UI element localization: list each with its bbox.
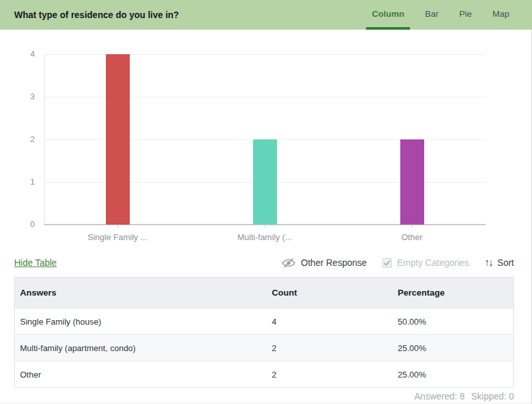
hide-table-link[interactable]: Hide Table — [14, 258, 57, 268]
count-cell: 2 — [272, 370, 398, 379]
question-header: What type of residence do you live in? C… — [0, 0, 532, 30]
y-axis-tick-label: 2 — [4, 134, 35, 145]
sort-label: Sort — [497, 258, 514, 268]
other-response-label: Other Response — [301, 258, 367, 268]
chart-type-tabs: Column Bar Pie Map — [357, 0, 532, 30]
skipped-label: Skipped: — [471, 391, 506, 401]
bar-other — [400, 139, 424, 225]
x-axis-tick — [118, 225, 118, 228]
empty-categories-toggle[interactable]: Empty Categories — [382, 258, 469, 268]
answered-label: Answered: — [414, 391, 457, 401]
chart-plot-area: 01234Single Family ...Multi-family (...O… — [44, 54, 486, 225]
response-summary: Answered:8Skipped:0 — [0, 391, 531, 401]
answered-value: 8 — [460, 391, 465, 401]
x-axis-category-label: Single Family ... — [46, 232, 189, 242]
percentage-cell: 25.00% — [398, 343, 513, 353]
table-body: Single Family (house)450.00%Multi-family… — [15, 308, 513, 387]
x-axis-tick — [265, 225, 265, 228]
chart-toolbar: Hide Table Other Response Empty Categori… — [14, 254, 514, 271]
count-cell: 4 — [272, 317, 398, 327]
table-header-row: Answers Count Percentage — [15, 278, 513, 308]
percentage-cell: 25.00% — [398, 370, 513, 379]
x-axis-category-label: Multi-family (... — [194, 232, 336, 242]
column-header-answers: Answers — [15, 288, 272, 298]
answer-cell: Multi-family (apartment, condo) — [15, 343, 272, 353]
y-axis-tick-label: 3 — [4, 91, 35, 103]
x-axis-category-label: Other — [341, 232, 483, 242]
skipped-value: 0 — [509, 391, 514, 401]
sort-arrows-icon: ↑↓ — [484, 258, 492, 268]
tab-bar[interactable]: Bar — [419, 0, 444, 30]
eye-slash-icon — [281, 258, 296, 268]
column-header-percentage: Percentage — [398, 288, 513, 298]
column-header-count: Count — [272, 288, 398, 298]
table-row: Single Family (house)450.00% — [15, 308, 513, 334]
answer-cell: Other — [15, 370, 272, 379]
answer-cell: Single Family (house) — [15, 317, 272, 327]
percentage-cell: 50.00% — [398, 317, 513, 327]
bar-single-family — [106, 54, 130, 225]
question-title: What type of residence do you live in? — [0, 10, 179, 20]
widget-content: 01234Single Family ...Multi-family (...O… — [0, 30, 532, 404]
count-cell: 2 — [272, 343, 398, 353]
y-axis-tick-label: 1 — [4, 176, 35, 188]
x-axis-tick — [412, 225, 413, 228]
results-table: Answers Count Percentage Single Family (… — [14, 277, 514, 388]
tab-column[interactable]: Column — [366, 0, 410, 30]
table-row: Other225.00% — [15, 361, 513, 387]
empty-categories-label: Empty Categories — [397, 258, 469, 268]
y-axis-tick-label: 4 — [4, 48, 35, 60]
survey-question-widget: What type of residence do you live in? C… — [0, 0, 532, 404]
bar-multi-family — [253, 139, 277, 225]
tab-map[interactable]: Map — [487, 0, 515, 30]
y-axis-tick-label: 0 — [4, 219, 35, 230]
other-response-toggle[interactable]: Other Response — [281, 258, 367, 268]
toolbar-tools: Other Response Empty Categories ↑↓ Sort — [281, 258, 514, 268]
table-row: Multi-family (apartment, condo)225.00% — [15, 334, 513, 361]
column-chart: 01234Single Family ...Multi-family (...O… — [0, 30, 531, 252]
checkbox-checked-icon — [382, 258, 392, 268]
sort-button[interactable]: ↑↓ Sort — [484, 258, 514, 268]
tab-pie[interactable]: Pie — [453, 0, 478, 30]
